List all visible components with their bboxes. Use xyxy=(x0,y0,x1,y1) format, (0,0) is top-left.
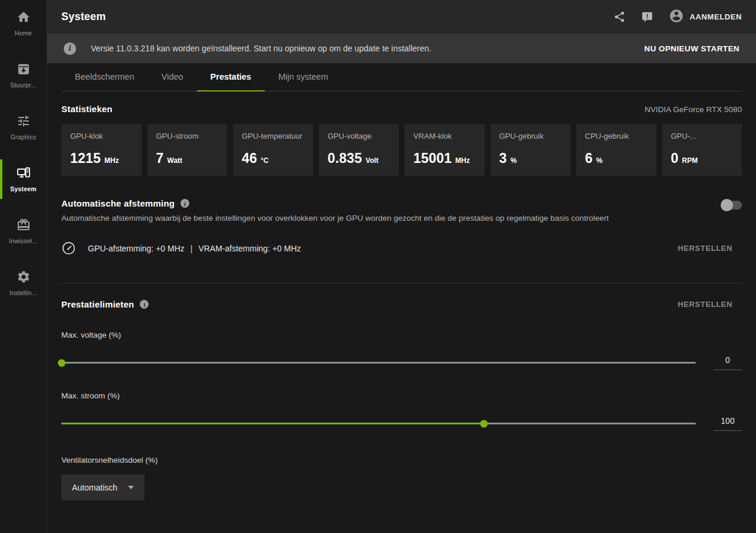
driver-download-icon xyxy=(17,62,31,79)
sidebar-item-settings[interactable]: Instellin... xyxy=(0,263,47,303)
auto-tuning-section: Automatische afstemming i Automatische a… xyxy=(61,198,742,223)
stat-label: GPU-stroom xyxy=(156,132,219,140)
max-power-slider[interactable] xyxy=(61,423,696,424)
limits-heading: Prestatielimieten xyxy=(61,299,134,309)
tab-beeldschermen[interactable]: Beeldschermen xyxy=(61,63,148,91)
sidebar-item-graphics[interactable]: Graphics xyxy=(0,107,47,147)
stat-label: GPU-... xyxy=(671,132,734,140)
sidebar-item-label: Systeem xyxy=(10,185,37,192)
info-icon[interactable]: i xyxy=(140,300,149,309)
stat-unit: MHz xyxy=(455,156,470,165)
stat-card-gpu-power: GPU-stroom 7Watt xyxy=(147,124,228,176)
tuning-status-row: GPU-afstemming: +0 MHz|VRAM-afstemming: … xyxy=(61,241,742,256)
header: Systeem AANMELDEN xyxy=(47,0,756,34)
slider-fill xyxy=(61,423,484,424)
stat-card-gpu-temp: GPU-temperatuur 46°C xyxy=(233,124,313,176)
page-title: Systeem xyxy=(61,11,106,23)
chevron-down-icon xyxy=(128,486,134,489)
toggle-knob xyxy=(721,199,733,211)
stat-value: 1215 xyxy=(70,151,101,166)
auto-tuning-heading: Automatische afstemming xyxy=(61,198,175,208)
stats-heading: Statistieken xyxy=(61,104,113,114)
stat-label: GPU-klok xyxy=(70,132,133,140)
vram-tuning-value: VRAM-afstemming: +0 MHz xyxy=(198,244,301,253)
stat-value: 6 xyxy=(585,151,593,166)
limits-reset-button[interactable]: HERSTELLEN xyxy=(678,300,742,309)
tuning-reset-button[interactable]: HERSTELLEN xyxy=(678,244,742,253)
gpu-name: NVIDIA GeForce RTX 5080 xyxy=(645,105,742,114)
stat-card-cpu-usage: CPU-gebruik 6% xyxy=(576,124,656,176)
sidebar-item-label: Stuurpr... xyxy=(10,81,37,89)
stat-value: 0 xyxy=(671,151,679,166)
stat-unit: °C xyxy=(261,156,268,165)
home-icon xyxy=(17,10,31,27)
tab-mijn-systeem[interactable]: Mijn systeem xyxy=(265,63,342,91)
max-voltage-value[interactable]: 0 xyxy=(714,355,742,370)
content: Beeldschermen Video Prestaties Mijn syst… xyxy=(47,63,756,533)
sidebar-item-redeem[interactable]: Inwissel... xyxy=(0,211,47,251)
stat-unit: RPM xyxy=(682,156,698,165)
max-power-label: Max. stroom (%) xyxy=(61,391,742,400)
restart-now-button[interactable]: NU OPNIEUW STARTEN xyxy=(645,44,739,53)
sidebar-item-label: Graphics xyxy=(11,133,37,140)
max-power-value[interactable]: 100 xyxy=(714,416,742,431)
sidebar-item-system[interactable]: Systeem xyxy=(0,159,47,199)
stat-cards: GPU-klok 1215MHz GPU-stroom 7Watt GPU-te… xyxy=(61,124,742,176)
sign-in-label: AANMELDEN xyxy=(690,12,742,21)
fan-speed-dropdown[interactable]: Automatisch xyxy=(61,475,144,501)
auto-tuning-toggle[interactable] xyxy=(722,201,742,210)
share-icon[interactable] xyxy=(613,11,626,23)
stat-card-gpu-usage: GPU-gebruik 3% xyxy=(491,124,571,176)
nvidia-app-window: Home Stuurpr... Graphics Systeem Inwisse… xyxy=(0,0,756,533)
system-icon xyxy=(17,166,31,182)
tab-video[interactable]: Video xyxy=(148,63,197,91)
max-voltage-label: Max. voltage (%) xyxy=(61,331,742,339)
avatar xyxy=(669,8,684,26)
header-actions: AANMELDEN xyxy=(613,8,742,26)
stat-label: CPU-gebruik xyxy=(585,132,647,140)
auto-tuning-description: Automatische afstemming waarbij de beste… xyxy=(61,214,609,223)
sidebar-item-drivers[interactable]: Stuurpr... xyxy=(0,55,47,95)
gauge-icon xyxy=(61,241,76,256)
section-divider xyxy=(61,283,742,283)
slider-knob[interactable] xyxy=(480,420,488,427)
sidebar-item-home[interactable]: Home xyxy=(0,4,47,43)
stat-card-gpu-clock: GPU-klok 1215MHz xyxy=(61,124,142,176)
stat-unit: % xyxy=(511,156,517,165)
stat-card-vram-clock: VRAM-klok 15001MHz xyxy=(405,124,485,176)
slider-knob[interactable] xyxy=(58,359,65,367)
tab-prestaties[interactable]: Prestaties xyxy=(197,63,265,91)
stat-label: GPU-temperatuur xyxy=(242,132,304,140)
auto-tuning-text: Automatische afstemming i Automatische a… xyxy=(61,198,609,223)
gear-icon xyxy=(17,270,31,286)
stat-value: 46 xyxy=(242,151,257,166)
update-notification-bar: i Versie 11.0.3.218 kan worden geïnstall… xyxy=(47,34,756,63)
max-power-slider-row: 100 xyxy=(61,416,742,431)
max-voltage-slider-row: 0 xyxy=(61,355,742,370)
stat-value: 15001 xyxy=(413,151,452,166)
stat-label: GPU-gebruik xyxy=(499,132,562,140)
stat-card-gpu-fan: GPU-... 0RPM xyxy=(662,124,742,176)
fan-speed-label: Ventilatorsnelheidsdoel (%) xyxy=(61,456,742,465)
stat-unit: MHz xyxy=(104,156,119,165)
max-voltage-slider[interactable] xyxy=(61,362,696,364)
gift-icon xyxy=(17,218,31,234)
stat-label: VRAM-klok xyxy=(413,132,476,140)
update-message: Versie 11.0.3.218 kan worden geïnstallee… xyxy=(91,44,431,53)
stat-unit: % xyxy=(596,156,603,165)
stat-value: 7 xyxy=(156,151,164,166)
gpu-tuning-value: GPU-afstemming: +0 MHz xyxy=(88,244,185,253)
info-icon[interactable]: i xyxy=(180,199,189,208)
tuning-status: GPU-afstemming: +0 MHz|VRAM-afstemming: … xyxy=(88,244,301,253)
feedback-icon[interactable] xyxy=(641,11,653,23)
stat-value: 0.835 xyxy=(328,151,363,166)
sidebar: Home Stuurpr... Graphics Systeem Inwisse… xyxy=(0,0,47,533)
info-icon: i xyxy=(64,42,76,55)
stats-header: Statistieken NVIDIA GeForce RTX 5080 xyxy=(61,104,742,114)
sidebar-item-label: Inwissel... xyxy=(9,237,37,244)
stat-card-gpu-voltage: GPU-voltage 0.835Volt xyxy=(319,124,399,176)
stat-value: 3 xyxy=(499,151,507,166)
sign-in-button[interactable]: AANMELDEN xyxy=(669,8,742,26)
stat-label: GPU-voltage xyxy=(328,132,390,140)
sidebar-item-label: Instellin... xyxy=(9,289,37,296)
